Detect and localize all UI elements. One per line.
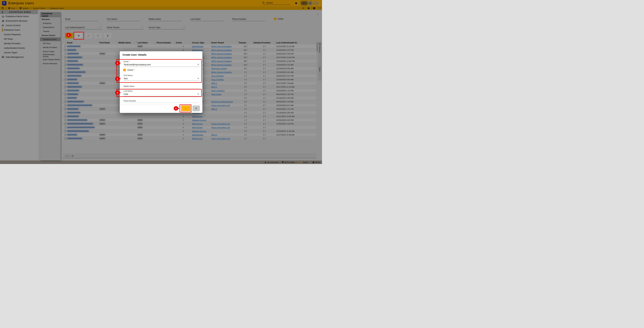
close-icon: ✕	[195, 107, 197, 110]
annotation-marker-1: 1	[66, 33, 70, 37]
middle-name-label: Middle Name	[124, 85, 134, 87]
dialog-title: Create User: Details	[122, 53, 146, 56]
annotation-marker-5: 5	[174, 106, 178, 111]
annotation-marker-3: 3	[115, 76, 120, 81]
annotation-box-add-button	[74, 32, 84, 39]
annotation-box-email-group	[116, 59, 202, 83]
annotation-marker-4: 4	[115, 90, 120, 95]
annotation-box-last-name	[116, 89, 202, 97]
dialog-footer-divider	[120, 104, 202, 104]
phone-number-label: Phone Number	[124, 100, 136, 102]
annotation-box-next-button	[180, 104, 191, 112]
input-underline	[124, 102, 200, 103]
annotation-marker-2: 2	[115, 61, 120, 65]
cancel-button[interactable]: ✕	[192, 105, 200, 111]
